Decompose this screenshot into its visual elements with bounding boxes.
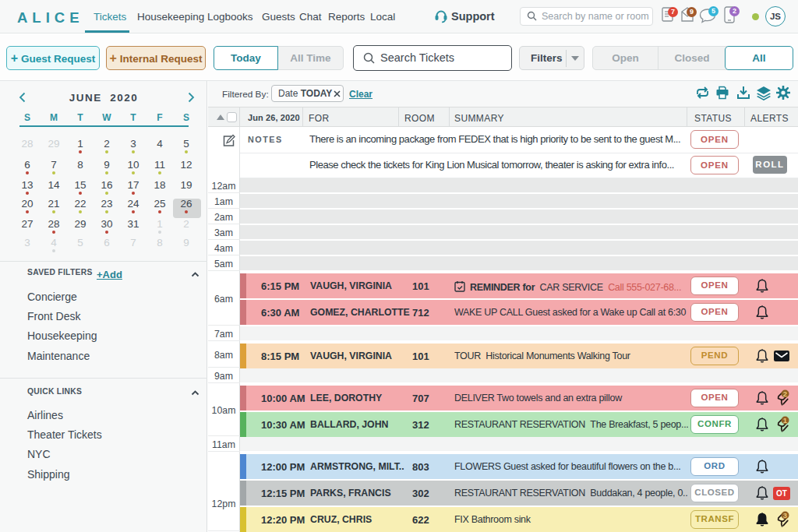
svg-text:2: 2 [783,389,787,398]
svg-text:1: 1 [783,416,788,425]
svg-text:3: 3 [783,511,787,520]
